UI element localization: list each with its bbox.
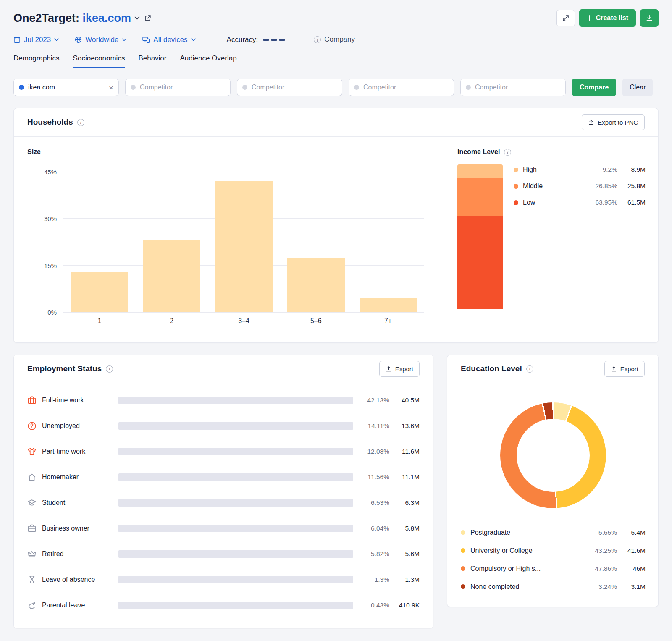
- competitor-chip[interactable]: ikea.com ×: [13, 79, 119, 96]
- plus-icon: [587, 15, 593, 21]
- income-segment-high[interactable]: [457, 164, 503, 178]
- employment-row: Unemployed 14.11% 13.6M: [27, 413, 420, 439]
- income-stacked-bar: [457, 164, 503, 309]
- info-icon[interactable]: i: [504, 149, 511, 156]
- legend-percent: 9.2%: [558, 166, 617, 173]
- employment-label: Full-time work: [42, 397, 118, 404]
- hourglass-icon: [27, 575, 37, 584]
- size-bar[interactable]: [215, 181, 273, 312]
- competitor-dot: [354, 85, 359, 90]
- external-link-icon[interactable]: [144, 15, 151, 22]
- legend-dot: [461, 566, 465, 571]
- tab-audience-overlap[interactable]: Audience Overlap: [180, 54, 237, 68]
- expand-button[interactable]: [556, 10, 575, 26]
- y-axis-label: 30%: [31, 215, 57, 222]
- employment-bar[interactable]: [118, 602, 353, 609]
- employment-value: 5.6M: [389, 550, 420, 558]
- download-button[interactable]: [640, 9, 659, 27]
- employment-export-button[interactable]: Export: [379, 361, 420, 377]
- info-icon[interactable]: i: [526, 365, 533, 373]
- tab-demographics[interactable]: Demographics: [13, 54, 60, 68]
- compare-button[interactable]: Compare: [572, 79, 616, 96]
- date-filter[interactable]: Jul 2023: [13, 36, 59, 44]
- income-segment-low[interactable]: [457, 216, 503, 309]
- competitor-input-4[interactable]: [460, 79, 566, 96]
- education-donut[interactable]: [500, 402, 606, 508]
- legend-label: Compulsory or High s...: [470, 565, 581, 573]
- create-list-button[interactable]: Create list: [579, 9, 636, 27]
- employment-label: Part-time work: [42, 448, 118, 455]
- legend-label: University or College: [470, 547, 581, 554]
- employment-row: Business owner 6.04% 5.8M: [27, 515, 420, 541]
- competitor-input[interactable]: [252, 84, 337, 91]
- competitor-input-1[interactable]: [125, 79, 231, 96]
- info-icon[interactable]: i: [77, 119, 84, 126]
- region-filter[interactable]: Worldwide: [75, 36, 126, 44]
- competitor-input-2[interactable]: [237, 79, 342, 96]
- domain-link[interactable]: ikea.com: [83, 12, 131, 24]
- income-segment-middle[interactable]: [457, 178, 503, 217]
- chevron-down-icon: [191, 38, 196, 41]
- clear-button[interactable]: Clear: [622, 79, 653, 96]
- competitor-input[interactable]: [140, 84, 225, 91]
- legend-value: 61.5M: [621, 199, 646, 206]
- chevron-down-icon: [122, 38, 126, 41]
- employment-percent: 6.04%: [353, 525, 389, 532]
- legend-label: Low: [523, 199, 554, 206]
- employment-bar[interactable]: [118, 550, 353, 558]
- header: One2Target: ikea.com Create list: [13, 9, 659, 27]
- competitor-input[interactable]: [475, 84, 560, 91]
- domain-dot: [19, 85, 24, 90]
- employment-bar[interactable]: [118, 525, 353, 532]
- competitor-bar: ikea.com × Compare Clear: [13, 79, 659, 96]
- employment-bar[interactable]: [118, 397, 353, 404]
- tabs: Demographics Socioeconomics Behavior Aud…: [13, 54, 659, 68]
- size-bar[interactable]: [71, 272, 128, 312]
- household-size-plot: 45% 30% 15% 0%: [63, 172, 424, 312]
- employment-value: 11.1M: [389, 473, 420, 481]
- employment-bar[interactable]: [118, 448, 353, 455]
- employment-bar[interactable]: [118, 576, 353, 583]
- accuracy-label: Accuracy:: [227, 36, 258, 44]
- size-bar[interactable]: [143, 240, 200, 312]
- employment-bar[interactable]: [118, 473, 353, 481]
- info-icon[interactable]: i: [106, 365, 113, 373]
- region-filter-label: Worldwide: [85, 36, 118, 44]
- x-axis-label: 1: [63, 317, 136, 325]
- competitor-input[interactable]: [363, 84, 449, 91]
- page: One2Target: ikea.com Create list Jul 202…: [0, 0, 672, 628]
- x-axis-label: 7+: [352, 317, 424, 325]
- employment-percent: 0.43%: [353, 602, 389, 609]
- employment-row: Retired 5.82% 5.6M: [27, 541, 420, 567]
- export-to-png-button[interactable]: Export to PNG: [582, 114, 645, 130]
- legend-dot: [514, 168, 518, 172]
- calendar-icon: [13, 36, 21, 43]
- education-legend-row: Compulsory or High s... 47.86% 46M: [461, 560, 646, 578]
- employment-percent: 6.53%: [353, 499, 389, 507]
- household-size-chart: Size 45% 30% 15% 0%: [14, 137, 444, 342]
- y-axis-label: 45%: [31, 168, 57, 176]
- company-link[interactable]: i Company: [314, 35, 355, 44]
- employment-bar[interactable]: [118, 499, 353, 507]
- employment-percent: 11.56%: [353, 473, 389, 481]
- competitor-input-3[interactable]: [349, 79, 454, 96]
- education-export-button[interactable]: Export: [604, 361, 645, 377]
- close-icon[interactable]: ×: [109, 84, 113, 92]
- tab-behavior[interactable]: Behavior: [138, 54, 166, 68]
- y-axis-label: 15%: [31, 262, 57, 269]
- y-axis-label: 0%: [31, 309, 57, 316]
- employment-bar[interactable]: [118, 422, 353, 430]
- chevron-down-icon[interactable]: [134, 16, 140, 20]
- graduation-cap-icon: [27, 498, 37, 507]
- employment-value: 40.5M: [389, 397, 420, 404]
- devices-filter[interactable]: All devices: [142, 36, 195, 44]
- legend-value: 8.9M: [621, 166, 646, 173]
- employment-row: Leave of absence 1.3% 1.3M: [27, 567, 420, 592]
- employment-row: Parental leave 0.43% 410.9K: [27, 592, 420, 618]
- employment-status-title: Employment Status: [27, 364, 102, 373]
- legend-dot: [461, 548, 465, 553]
- size-bar[interactable]: [287, 258, 345, 312]
- legend-label: None completed: [470, 583, 581, 591]
- size-bar[interactable]: [360, 298, 417, 312]
- tab-socioeconomics[interactable]: Socioeconomics: [73, 54, 125, 68]
